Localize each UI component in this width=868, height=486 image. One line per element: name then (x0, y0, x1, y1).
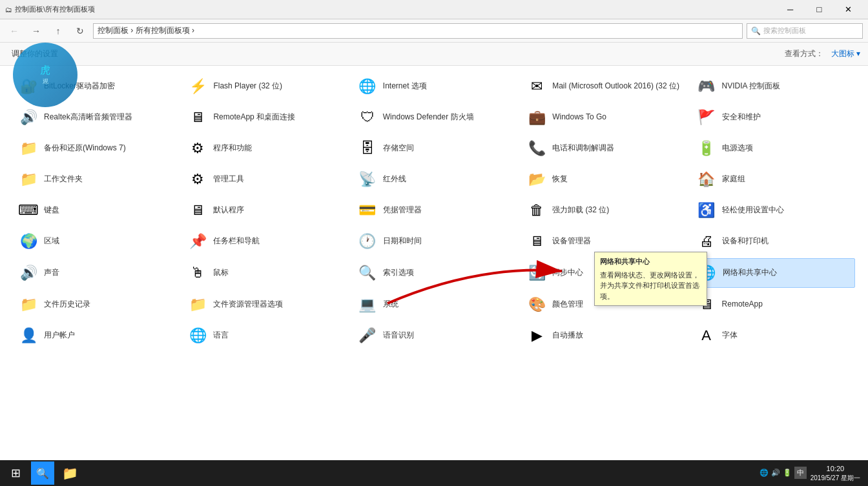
main-content: 🔐BitLocker驱动器加密⚡Flash Player (32 位)🌐Inte… (0, 66, 868, 463)
cp-item-credentials[interactable]: 💳凭据管理器 (352, 196, 516, 225)
toolbar-adjust[interactable]: 调整你的设置 (8, 46, 62, 62)
cp-item-font[interactable]: A字体 (691, 321, 855, 350)
restore-button[interactable]: □ (805, 0, 834, 19)
cp-label-credentials: 凭据管理器 (383, 205, 422, 216)
cp-label-useraccount: 用户帐户 (44, 330, 75, 341)
cp-item-homegroup[interactable]: 🏠家庭组 (691, 165, 855, 194)
cp-item-bitlocker[interactable]: 🔐BitLocker驱动器加密 (13, 72, 177, 101)
cp-label-datetime: 日期和时间 (383, 236, 422, 247)
cp-item-defaultprog[interactable]: 🖥默认程序 (182, 196, 346, 225)
cp-item-datetime[interactable]: 🕐日期和时间 (352, 227, 516, 256)
forward-button[interactable]: → (27, 22, 45, 40)
cp-item-uninstall[interactable]: 🗑强力卸载 (32 位) (521, 196, 685, 225)
cp-item-defender[interactable]: 🛡Windows Defender 防火墙 (352, 103, 516, 132)
cp-item-safety[interactable]: 🚩安全和维护 (691, 103, 855, 132)
taskbar-file-explorer[interactable]: 📁 (57, 460, 83, 486)
cp-item-recovery[interactable]: 📂恢复 (521, 165, 685, 194)
battery-icon: 🔋 (783, 469, 792, 477)
cp-label-language: 语言 (213, 330, 229, 341)
cp-item-mouse[interactable]: 🖱鼠标 (182, 258, 346, 288)
search-icon: 🔍 (751, 26, 761, 35)
cp-label-mail: Mail (Microsoft Outlook 2016) (32 位) (552, 81, 679, 92)
cp-icon-uninstall: 🗑 (526, 200, 547, 221)
cp-item-storage[interactable]: 🗄存储空间 (352, 134, 516, 163)
cp-item-remotedesktop[interactable]: 🖥RemoteApp (691, 290, 855, 319)
cp-item-accessibility[interactable]: ♿轻松使用设置中心 (691, 196, 855, 225)
cp-item-programs[interactable]: ⚙程序和功能 (182, 134, 346, 163)
cp-icon-color: 🎨 (526, 294, 547, 315)
cp-icon-flash: ⚡ (187, 76, 208, 97)
cp-icon-fileexplorer: 📁 (187, 294, 208, 315)
cp-item-taskbar[interactable]: 📌任务栏和导航 (182, 227, 346, 256)
cp-item-flash[interactable]: ⚡Flash Player (32 位) (182, 72, 346, 101)
lang-indicator: 中 (794, 467, 807, 479)
up-button[interactable]: ↑ (49, 22, 67, 40)
cp-item-system[interactable]: 💻系统 (352, 290, 516, 319)
cp-item-region[interactable]: 🌍区域 (13, 227, 177, 256)
cp-item-mail[interactable]: ✉Mail (Microsoft Outlook 2016) (32 位) (521, 72, 685, 101)
cp-item-windowstogo[interactable]: 💼Windows To Go (521, 103, 685, 132)
cp-label-taskbar: 任务栏和导航 (213, 236, 260, 247)
cp-item-useraccount[interactable]: 👤用户帐户 (13, 321, 177, 350)
cp-icon-autoplay: ▶ (526, 325, 547, 346)
cp-icon-windowstogo: 💼 (526, 107, 547, 128)
cp-item-indexing[interactable]: 🔍索引选项 (352, 258, 516, 288)
cp-icon-devprint: 🖨 (696, 231, 717, 252)
cp-icon-taskbar: 📌 (187, 231, 208, 252)
cp-label-defaultprog: 默认程序 (213, 205, 244, 216)
address-text: 控制面板 › 所有控制面板项 › (98, 25, 194, 36)
cp-icon-sound: 🔊 (18, 263, 39, 283)
cp-item-workfolder[interactable]: 📁工作文件夹 (13, 165, 177, 194)
cp-item-power[interactable]: 🔋电源选项 (691, 134, 855, 163)
start-button[interactable]: ⊞ (3, 460, 28, 486)
cp-item-fileexplorer[interactable]: 📁文件资源管理器选项 (182, 290, 346, 319)
cp-icon-infrared: 📡 (357, 169, 378, 190)
cp-icon-phone: 📞 (526, 138, 547, 159)
cp-label-internet: Internet 选项 (383, 81, 427, 92)
cp-item-sound[interactable]: 🔊声音 (13, 258, 177, 288)
cp-label-flash: Flash Player (32 位) (213, 81, 282, 92)
cp-item-phone[interactable]: 📞电话和调制解调器 (521, 134, 685, 163)
view-label: 查看方式： (785, 48, 823, 59)
cp-label-color: 颜色管理 (552, 299, 583, 310)
cp-item-keyboard[interactable]: ⌨键盘 (13, 196, 177, 225)
cp-item-internet[interactable]: 🌐Internet 选项 (352, 72, 516, 101)
tooltip-box: 网络和共享中心 查看网络状态、更改网络设置，并为共享文件和打印机设置首选项。 (594, 252, 707, 306)
cp-item-filehistory[interactable]: 📁文件历史记录 (13, 290, 177, 319)
cp-label-homegroup: 家庭组 (722, 174, 745, 185)
title-bar-controls: ─ □ ✕ (776, 0, 863, 19)
cp-label-indexing: 索引选项 (383, 268, 414, 278)
taskbar-search[interactable]: 🔍 (31, 461, 54, 485)
tooltip-title: 网络和共享中心 (600, 256, 701, 267)
search-bar[interactable]: 🔍 搜索控制面板 (747, 23, 863, 39)
address-bar: ← → ↑ ↻ 控制面板 › 所有控制面板项 › 🔍 搜索控制面板 (0, 19, 868, 43)
address-path[interactable]: 控制面板 › 所有控制面板项 › (93, 23, 743, 39)
close-button[interactable]: ✕ (834, 0, 863, 19)
cp-item-remoteapp[interactable]: 🖥RemoteApp 和桌面连接 (182, 103, 346, 132)
cp-icon-credentials: 💳 (357, 200, 378, 221)
cp-icon-programs: ⚙ (187, 138, 208, 159)
taskbar-time-text: 10:20 (811, 464, 860, 473)
tooltip-desc: 查看网络状态、更改网络设置，并为共享文件和打印机设置首选项。 (600, 270, 701, 302)
cp-item-language[interactable]: 🌐语言 (182, 321, 346, 350)
cp-label-region: 区域 (44, 236, 59, 247)
cp-label-nvidia: NVIDIA 控制面板 (722, 81, 781, 92)
cp-item-admtools[interactable]: ⚙管理工具 (182, 165, 346, 194)
cp-item-realtek[interactable]: 🔊Realtek高清晰音频管理器 (13, 103, 177, 132)
cp-item-network[interactable]: 🌐网络和共享中心 (691, 258, 855, 288)
cp-label-system: 系统 (383, 299, 398, 310)
cp-item-nvidia[interactable]: 🎮NVIDIA 控制面板 (691, 72, 855, 101)
cp-item-infrared[interactable]: 📡红外线 (352, 165, 516, 194)
cp-item-devprint[interactable]: 🖨设备和打印机 (691, 227, 855, 256)
cp-icon-admtools: ⚙ (187, 169, 208, 190)
refresh-button[interactable]: ↻ (71, 22, 89, 40)
cp-item-backup[interactable]: 📁备份和还原(Windows 7) (13, 134, 177, 163)
minimize-button[interactable]: ─ (776, 0, 805, 19)
view-mode[interactable]: 大图标 ▾ (831, 48, 860, 59)
title-bar-text: 控制面板\所有控制面板项 (15, 5, 95, 14)
cp-label-programs: 程序和功能 (213, 143, 252, 154)
cp-item-autoplay[interactable]: ▶自动播放 (521, 321, 685, 350)
cp-item-speech[interactable]: 🎤语音识别 (352, 321, 516, 350)
back-button[interactable]: ← (5, 22, 23, 40)
cp-label-devmgr: 设备管理器 (552, 236, 591, 247)
